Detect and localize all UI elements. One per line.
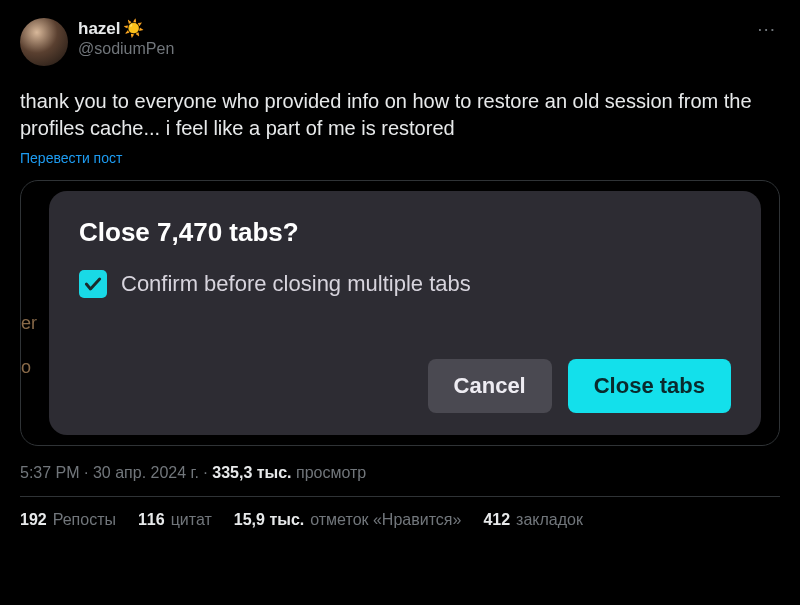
confirm-checkbox-row[interactable]: Confirm before closing multiple tabs (79, 270, 731, 298)
display-name: hazel (78, 19, 121, 39)
dialog-buttons: Cancel Close tabs (79, 359, 731, 413)
author-block[interactable]: hazel ☀️ @sodiumPen (20, 18, 174, 66)
checkbox-label: Confirm before closing multiple tabs (121, 271, 471, 297)
tweet-header: hazel ☀️ @sodiumPen ··· (20, 18, 780, 66)
sun-icon: ☀️ (123, 18, 144, 39)
reposts-stat[interactable]: 192 Репосты (20, 511, 116, 529)
tweet-body: thank you to everyone who provided info … (20, 88, 780, 142)
author-handle[interactable]: @sodiumPen (78, 39, 174, 58)
more-button[interactable]: ··· (753, 18, 780, 40)
tweet-media[interactable]: er o Close 7,470 tabs? Confirm before cl… (20, 180, 780, 446)
tweet-meta: 5:37 PM · 30 апр. 2024 г. · 335,3 тыс. п… (20, 464, 780, 482)
checkbox-icon[interactable] (79, 270, 107, 298)
check-icon (83, 274, 103, 294)
close-tabs-button[interactable]: Close tabs (568, 359, 731, 413)
browser-dialog: Close 7,470 tabs? Confirm before closing… (49, 191, 761, 435)
likes-stat[interactable]: 15,9 тыс. отметок «Нравится» (234, 511, 462, 529)
cropped-bg-text: er o (21, 301, 37, 389)
divider (20, 496, 780, 497)
bookmarks-stat[interactable]: 412 закладок (483, 511, 583, 529)
timestamp[interactable]: 5:37 PM · 30 апр. 2024 г. (20, 464, 199, 481)
views-label: просмотр (296, 464, 366, 481)
cancel-button[interactable]: Cancel (428, 359, 552, 413)
avatar[interactable] (20, 18, 68, 66)
author-name[interactable]: hazel ☀️ (78, 18, 174, 39)
stats-row: 192 Репосты 116 цитат 15,9 тыс. отметок … (20, 511, 780, 529)
dialog-title: Close 7,470 tabs? (79, 217, 731, 248)
quotes-stat[interactable]: 116 цитат (138, 511, 212, 529)
views-count: 335,3 тыс. (212, 464, 291, 481)
translate-link[interactable]: Перевести пост (20, 150, 780, 166)
